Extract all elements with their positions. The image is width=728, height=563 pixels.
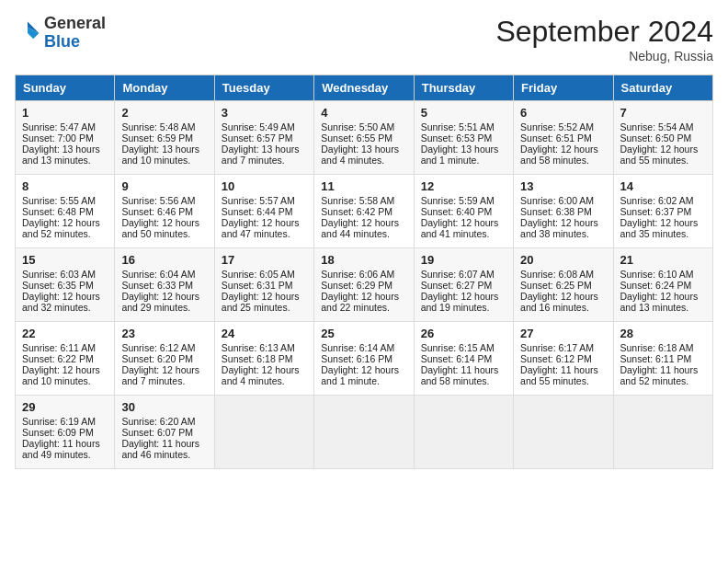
day-number: 10 xyxy=(222,179,307,193)
daylight-text: Daylight: 13 hours and 10 minutes. xyxy=(121,144,199,166)
daylight-text: Daylight: 13 hours and 1 minute. xyxy=(421,144,499,166)
table-row: 19Sunrise: 6:07 AMSunset: 6:27 PMDayligh… xyxy=(414,248,513,322)
daylight-text: Daylight: 12 hours and 7 minutes. xyxy=(121,364,199,386)
daylight-text: Daylight: 12 hours and 1 minute. xyxy=(321,364,399,386)
sunrise-text: Sunrise: 6:00 AM xyxy=(520,195,594,206)
sunrise-text: Sunrise: 5:51 AM xyxy=(421,121,495,132)
daylight-text: Daylight: 12 hours and 19 minutes. xyxy=(421,291,499,313)
month-title: September 2024 xyxy=(495,15,713,49)
day-number: 14 xyxy=(620,179,706,193)
sunset-text: Sunset: 6:07 PM xyxy=(121,427,193,438)
sunset-text: Sunset: 6:31 PM xyxy=(222,280,293,291)
day-number: 7 xyxy=(620,106,706,120)
sunset-text: Sunset: 6:51 PM xyxy=(520,132,592,144)
daylight-text: Daylight: 12 hours and 58 minutes. xyxy=(520,144,598,166)
day-number: 27 xyxy=(520,327,606,340)
day-number: 6 xyxy=(520,106,606,120)
sunset-text: Sunset: 6:18 PM xyxy=(222,353,293,364)
day-number: 19 xyxy=(421,253,506,267)
col-wednesday: Wednesday xyxy=(314,75,414,101)
daylight-text: Daylight: 13 hours and 13 minutes. xyxy=(22,144,100,166)
day-number: 18 xyxy=(321,253,406,267)
sunrise-text: Sunrise: 6:08 AM xyxy=(520,269,594,280)
table-row: 22Sunrise: 6:11 AMSunset: 6:22 PMDayligh… xyxy=(16,322,115,396)
col-saturday: Saturday xyxy=(613,75,712,101)
daylight-text: Daylight: 12 hours and 47 minutes. xyxy=(222,217,300,239)
daylight-text: Daylight: 12 hours and 25 minutes. xyxy=(222,291,300,313)
table-row: 24Sunrise: 6:13 AMSunset: 6:18 PMDayligh… xyxy=(214,322,313,396)
header-row: Sunday Monday Tuesday Wednesday Thursday… xyxy=(16,75,713,101)
daylight-text: Daylight: 13 hours and 4 minutes. xyxy=(321,144,399,166)
sunset-text: Sunset: 6:20 PM xyxy=(121,353,193,364)
logo-blue: Blue xyxy=(44,33,106,52)
sunset-text: Sunset: 6:09 PM xyxy=(22,427,94,438)
day-number: 23 xyxy=(121,327,207,340)
sunrise-text: Sunrise: 5:56 AM xyxy=(121,195,195,206)
sunset-text: Sunset: 6:37 PM xyxy=(620,206,692,217)
day-number: 22 xyxy=(22,327,108,340)
daylight-text: Daylight: 12 hours and 35 minutes. xyxy=(620,217,699,239)
calendar-row: 8Sunrise: 5:55 AMSunset: 6:48 PMDaylight… xyxy=(16,175,713,248)
table-row xyxy=(514,396,613,469)
sunset-text: Sunset: 6:35 PM xyxy=(22,280,94,291)
table-row: 10Sunrise: 5:57 AMSunset: 6:44 PMDayligh… xyxy=(214,175,313,248)
table-row: 21Sunrise: 6:10 AMSunset: 6:24 PMDayligh… xyxy=(613,248,712,322)
sunset-text: Sunset: 6:11 PM xyxy=(620,353,692,364)
logo-icon xyxy=(15,20,40,46)
sunset-text: Sunset: 6:24 PM xyxy=(620,280,692,291)
daylight-text: Daylight: 12 hours and 22 minutes. xyxy=(321,291,399,313)
day-number: 20 xyxy=(520,253,606,267)
daylight-text: Daylight: 12 hours and 29 minutes. xyxy=(121,291,199,313)
sunrise-text: Sunrise: 6:05 AM xyxy=(222,269,295,280)
table-row: 17Sunrise: 6:05 AMSunset: 6:31 PMDayligh… xyxy=(214,248,313,322)
table-row: 12Sunrise: 5:59 AMSunset: 6:40 PMDayligh… xyxy=(414,175,513,248)
sunset-text: Sunset: 6:57 PM xyxy=(222,132,293,144)
table-row: 16Sunrise: 6:04 AMSunset: 6:33 PMDayligh… xyxy=(115,248,214,322)
table-row: 8Sunrise: 5:55 AMSunset: 6:48 PMDaylight… xyxy=(16,175,115,248)
sunset-text: Sunset: 6:14 PM xyxy=(421,353,493,364)
sunrise-text: Sunrise: 6:20 AM xyxy=(121,416,195,427)
calendar-row: 29Sunrise: 6:19 AMSunset: 6:09 PMDayligh… xyxy=(16,396,713,469)
sunrise-text: Sunrise: 6:03 AM xyxy=(22,269,96,280)
sunset-text: Sunset: 6:48 PM xyxy=(22,206,94,217)
day-number: 12 xyxy=(421,179,506,193)
sunrise-text: Sunrise: 6:12 AM xyxy=(121,342,195,353)
table-row: 7Sunrise: 5:54 AMSunset: 6:50 PMDaylight… xyxy=(613,101,712,175)
daylight-text: Daylight: 13 hours and 7 minutes. xyxy=(222,144,300,166)
daylight-text: Daylight: 11 hours and 49 minutes. xyxy=(22,438,100,460)
daylight-text: Daylight: 12 hours and 44 minutes. xyxy=(321,217,399,239)
sunrise-text: Sunrise: 6:06 AM xyxy=(321,269,394,280)
sunset-text: Sunset: 6:53 PM xyxy=(421,132,493,144)
page-header: General Blue September 2024 Nebug, Russi… xyxy=(15,15,713,63)
col-friday: Friday xyxy=(514,75,613,101)
day-number: 8 xyxy=(22,179,108,193)
sunrise-text: Sunrise: 6:14 AM xyxy=(321,342,394,353)
table-row: 18Sunrise: 6:06 AMSunset: 6:29 PMDayligh… xyxy=(314,248,414,322)
daylight-text: Daylight: 12 hours and 32 minutes. xyxy=(22,291,100,313)
table-row xyxy=(613,396,712,469)
day-number: 5 xyxy=(421,106,506,120)
day-number: 11 xyxy=(321,179,406,193)
table-row xyxy=(314,396,414,469)
sunrise-text: Sunrise: 5:50 AM xyxy=(321,121,394,132)
table-row: 25Sunrise: 6:14 AMSunset: 6:16 PMDayligh… xyxy=(314,322,414,396)
sunset-text: Sunset: 6:22 PM xyxy=(22,353,94,364)
sunrise-text: Sunrise: 5:55 AM xyxy=(22,195,96,206)
day-number: 25 xyxy=(321,327,406,340)
table-row: 26Sunrise: 6:15 AMSunset: 6:14 PMDayligh… xyxy=(414,322,513,396)
daylight-text: Daylight: 12 hours and 38 minutes. xyxy=(520,217,598,239)
table-row: 1Sunrise: 5:47 AMSunset: 7:00 PMDaylight… xyxy=(16,101,115,175)
sunrise-text: Sunrise: 5:52 AM xyxy=(520,121,594,132)
table-row xyxy=(214,396,313,469)
location: Nebug, Russia xyxy=(495,49,713,63)
title-block: September 2024 Nebug, Russia xyxy=(495,15,713,63)
sunrise-text: Sunrise: 6:13 AM xyxy=(222,342,295,353)
table-row: 30Sunrise: 6:20 AMSunset: 6:07 PMDayligh… xyxy=(115,396,214,469)
table-row: 11Sunrise: 5:58 AMSunset: 6:42 PMDayligh… xyxy=(314,175,414,248)
logo-general: General xyxy=(44,15,106,33)
day-number: 13 xyxy=(520,179,606,193)
table-row: 2Sunrise: 5:48 AMSunset: 6:59 PMDaylight… xyxy=(115,101,214,175)
day-number: 21 xyxy=(620,253,706,267)
daylight-text: Daylight: 12 hours and 55 minutes. xyxy=(620,144,699,166)
sunrise-text: Sunrise: 6:10 AM xyxy=(620,269,694,280)
